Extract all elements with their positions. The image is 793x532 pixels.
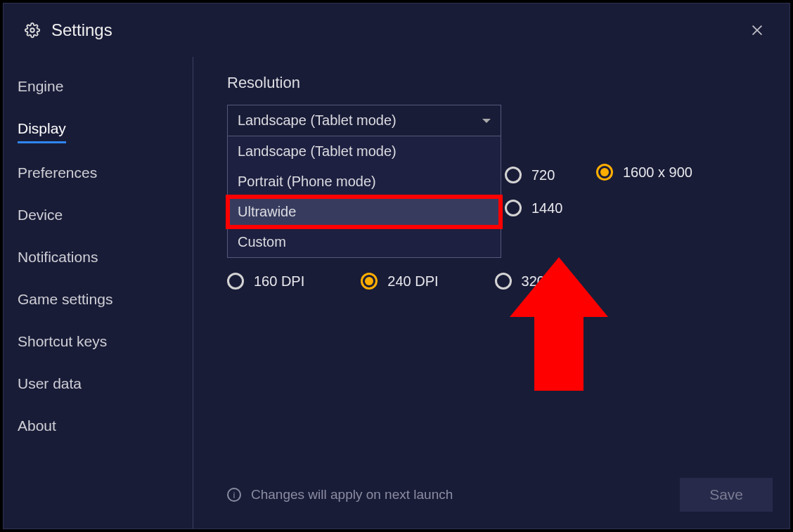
resolution-radio-720[interactable]: 720 (505, 167, 555, 183)
svg-point-0 (30, 28, 34, 32)
radio-icon (495, 273, 512, 290)
radio-label: 320 DPI (522, 273, 572, 290)
sidebar-item-user-data[interactable]: User data (18, 375, 82, 396)
radio-label: 160 DPI (254, 273, 304, 290)
dropdown-option-landscape[interactable]: Landscape (Tablet mode) (228, 136, 501, 167)
dropdown-list: Landscape (Tablet mode) Portrait (Phone … (227, 136, 501, 258)
info-text: Changes will apply on next launch (251, 487, 453, 502)
dropdown-option-custom[interactable]: Custom (228, 227, 501, 257)
sidebar-item-notifications[interactable]: Notifications (18, 249, 98, 270)
radio-icon (361, 273, 378, 290)
radio-icon (505, 200, 522, 216)
save-button[interactable]: Save (680, 478, 773, 512)
body: Engine Display Preferences Device Notifi… (4, 57, 789, 528)
resolution-mode-dropdown[interactable]: Landscape (Tablet mode) Landscape (Table… (227, 105, 501, 136)
dpi-radio-320[interactable]: 320 DPI (495, 273, 572, 290)
sidebar-item-device[interactable]: Device (18, 207, 63, 228)
radio-icon (505, 167, 522, 183)
sidebar-item-preferences[interactable]: Preferences (18, 164, 97, 186)
radio-label: 1440 (531, 200, 563, 216)
chevron-down-icon (482, 119, 491, 123)
dropdown-selected[interactable]: Landscape (Tablet mode) (227, 105, 501, 136)
sidebar-item-engine[interactable]: Engine (18, 78, 63, 99)
radio-icon (596, 164, 613, 181)
dpi-radios: 160 DPI 240 DPI 320 DPI (227, 273, 773, 290)
window-title: Settings (51, 20, 112, 40)
dropdown-option-label: Ultrawide (238, 204, 296, 219)
sidebar-item-about[interactable]: About (18, 417, 56, 439)
close-button[interactable] (743, 16, 771, 44)
sidebar-item-shortcut-keys[interactable]: Shortcut keys (18, 333, 107, 354)
dropdown-option-ultrawide[interactable]: Ultrawide (228, 197, 501, 227)
resolution-radio-1440[interactable]: 1440 (505, 200, 563, 216)
info-icon: i (227, 488, 241, 502)
resolution-section-title: Resolution (227, 74, 773, 92)
dropdown-selected-label: Landscape (Tablet mode) (238, 112, 396, 129)
resolution-radio-1600x900[interactable]: 1600 x 900 (596, 164, 692, 181)
sidebar-item-game-settings[interactable]: Game settings (18, 291, 112, 312)
sidebar: Engine Display Preferences Device Notifi… (4, 57, 193, 528)
radio-label: 720 (531, 167, 555, 183)
radio-label: 1600 x 900 (623, 164, 692, 181)
settings-window: Settings Engine Display Preferences Devi… (3, 3, 790, 529)
dpi-radio-240[interactable]: 240 DPI (361, 273, 438, 290)
sidebar-item-display[interactable]: Display (18, 120, 66, 143)
radio-icon (227, 273, 244, 290)
dropdown-option-portrait[interactable]: Portrait (Phone mode) (228, 167, 501, 197)
gear-icon (25, 22, 40, 38)
footer: i Changes will apply on next launch Save (227, 464, 773, 512)
titlebar: Settings (4, 4, 789, 57)
main-panel: Resolution 720 1600 x 900 1440 La (193, 57, 789, 528)
dpi-radio-160[interactable]: 160 DPI (227, 273, 304, 290)
radio-label: 240 DPI (387, 273, 438, 290)
